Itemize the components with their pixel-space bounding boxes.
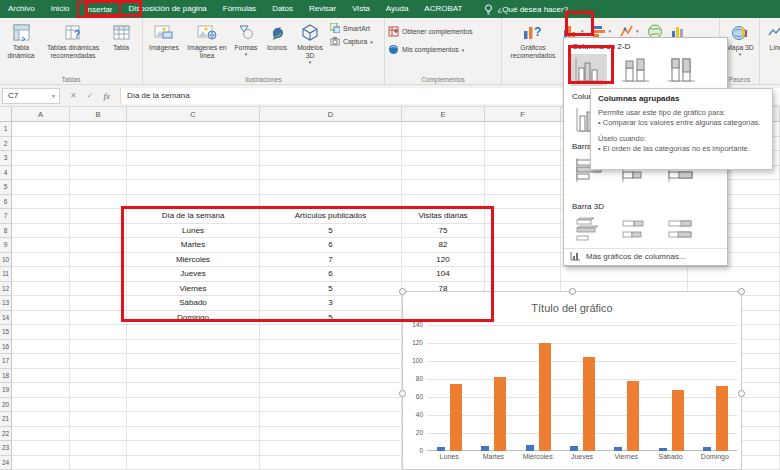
column-header-F[interactable]: F	[485, 107, 561, 122]
row-header-1[interactable]: 1	[0, 122, 12, 137]
cell-A24[interactable]	[12, 456, 70, 470]
cell-A8[interactable]	[12, 224, 70, 239]
online-pictures-button[interactable]: Imágenes en línea	[184, 20, 230, 72]
cell-B1[interactable]	[70, 122, 127, 137]
pivot-table-button[interactable]: Tabla dinámica	[1, 20, 41, 72]
cell-F4[interactable]	[485, 166, 561, 181]
cell-A21[interactable]	[12, 412, 70, 427]
select-all-corner[interactable]	[0, 107, 12, 122]
cell-D24[interactable]	[260, 456, 402, 470]
row-header-10[interactable]: 10	[0, 253, 12, 268]
cell-E11[interactable]: 104	[402, 267, 485, 282]
cell-B19[interactable]	[70, 383, 127, 398]
cell-A5[interactable]	[12, 180, 70, 195]
cell-D17[interactable]	[260, 354, 402, 369]
cell-C9[interactable]: Martes	[127, 238, 260, 253]
cell-A9[interactable]	[12, 238, 70, 253]
row-header-22[interactable]: 22	[0, 427, 12, 442]
cell-C13[interactable]: Sábado	[127, 296, 260, 311]
insert-pivotchart-button[interactable]	[671, 24, 687, 38]
cell-D16[interactable]	[260, 340, 402, 355]
row-header-24[interactable]: 24	[0, 456, 12, 470]
cell-D11[interactable]: 6	[260, 267, 402, 282]
stacked-3d-bar-icon[interactable]	[617, 214, 653, 246]
cell-C1[interactable]	[127, 122, 260, 137]
cell-C10[interactable]: Miércoles	[127, 253, 260, 268]
row-header-6[interactable]: 6	[0, 195, 12, 210]
cell-A6[interactable]	[12, 195, 70, 210]
cell-A19[interactable]	[12, 383, 70, 398]
cell-C22[interactable]	[127, 427, 260, 442]
ribbon-tab-revisar[interactable]: Revisar	[301, 0, 344, 18]
cell-B21[interactable]	[70, 412, 127, 427]
ribbon-tab-acrobat[interactable]: ACROBAT	[416, 0, 470, 18]
cell-C21[interactable]	[127, 412, 260, 427]
recommended-charts-button[interactable]: ? Gráficos recomendados	[503, 20, 563, 72]
ribbon-tab-f-rmulas[interactable]: Fórmulas	[215, 0, 264, 18]
cell-D14[interactable]: 5	[260, 311, 402, 326]
get-addins-button[interactable]: Obtener complementos	[388, 26, 498, 37]
row-header-4[interactable]: 4	[0, 166, 12, 181]
cell-F7[interactable]	[485, 209, 561, 224]
cell-A15[interactable]	[12, 325, 70, 340]
chart-object[interactable]: Título del gráfico 020406080100120140 Lu…	[402, 291, 742, 470]
cell-C15[interactable]	[127, 325, 260, 340]
cell-B20[interactable]	[70, 398, 127, 413]
smartart-button[interactable]: SmartArt	[330, 23, 380, 33]
row-header-13[interactable]: 13	[0, 296, 12, 311]
cell-E10[interactable]: 120	[402, 253, 485, 268]
cell-B17[interactable]	[70, 354, 127, 369]
cell-D2[interactable]	[260, 137, 402, 152]
cell-C4[interactable]	[127, 166, 260, 181]
row-header-11[interactable]: 11	[0, 267, 12, 282]
cell-D7[interactable]: Artículos publicados	[260, 209, 402, 224]
cell-C18[interactable]	[127, 369, 260, 384]
ribbon-tab-vista[interactable]: Vista	[344, 0, 378, 18]
cell-E8[interactable]: 75	[402, 224, 485, 239]
cell-D6[interactable]	[260, 195, 402, 210]
chart-handle-top-left[interactable]	[399, 288, 406, 295]
cell-B16[interactable]	[70, 340, 127, 355]
name-box[interactable]: C7 ▼	[2, 88, 60, 104]
ribbon-tab-inicio[interactable]: Inicio	[43, 0, 78, 18]
cell-A18[interactable]	[12, 369, 70, 384]
cell-D13[interactable]: 3	[260, 296, 402, 311]
cell-F3[interactable]	[485, 151, 561, 166]
cell-B12[interactable]	[70, 282, 127, 297]
cell-F8[interactable]	[485, 224, 561, 239]
cell-D10[interactable]: 7	[260, 253, 402, 268]
cell-C6[interactable]	[127, 195, 260, 210]
screenshot-button[interactable]: Captura ▾	[330, 37, 380, 46]
cell-C20[interactable]	[127, 398, 260, 413]
stacked-column-icon[interactable]	[617, 54, 653, 86]
stacked-100-3d-bar-icon[interactable]	[663, 214, 699, 246]
cell-C2[interactable]	[127, 137, 260, 152]
cell-B9[interactable]	[70, 238, 127, 253]
cell-D4[interactable]	[260, 166, 402, 181]
row-header-8[interactable]: 8	[0, 224, 12, 239]
row-header-16[interactable]: 16	[0, 340, 12, 355]
cell-C14[interactable]: Domingo	[127, 311, 260, 326]
column-header-D[interactable]: D	[260, 107, 402, 122]
cell-B5[interactable]	[70, 180, 127, 195]
cell-B24[interactable]	[70, 456, 127, 470]
cell-C7[interactable]: Día de la semana	[127, 209, 260, 224]
cell-B14[interactable]	[70, 311, 127, 326]
tell-me-box[interactable]: ¿Qué desea hacer?	[484, 4, 568, 15]
my-addins-button[interactable]: Mis complementos ▾	[388, 44, 498, 55]
cell-E2[interactable]	[402, 137, 485, 152]
cell-B6[interactable]	[70, 195, 127, 210]
cell-D20[interactable]	[260, 398, 402, 413]
cell-A17[interactable]	[12, 354, 70, 369]
chart-handle-mid-left[interactable]	[399, 390, 406, 397]
recommended-pivot-button[interactable]: ? Tablas dinámicas recomendadas	[41, 20, 105, 72]
cell-D23[interactable]	[260, 441, 402, 456]
cell-E7[interactable]: Visitas diarias	[402, 209, 485, 224]
ribbon-tab-insertar[interactable]: Insertar	[77, 1, 120, 18]
cell-C23[interactable]	[127, 441, 260, 456]
cell-D3[interactable]	[260, 151, 402, 166]
cell-C12[interactable]: Viernes	[127, 282, 260, 297]
cell-F6[interactable]	[485, 195, 561, 210]
cell-C16[interactable]	[127, 340, 260, 355]
cell-B15[interactable]	[70, 325, 127, 340]
